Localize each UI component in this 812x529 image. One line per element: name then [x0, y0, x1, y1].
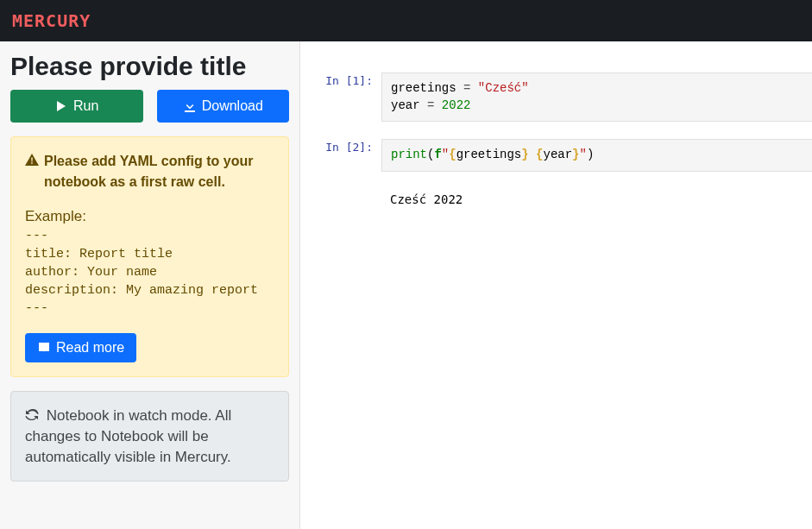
book-icon [37, 341, 51, 355]
read-more-label: Read more [56, 340, 124, 356]
cell-output-row: Cześć 2022 [300, 189, 812, 206]
sync-icon [25, 408, 39, 422]
example-label: Example: [25, 208, 274, 225]
code-input[interactable]: greetings = "Cześć" year = 2022 [381, 72, 812, 122]
watch-mode-text: Notebook in watch mode. All changes to N… [25, 407, 231, 465]
cell-output: Cześć 2022 [381, 189, 471, 206]
sidebar: Please provide title Run Download Ple [0, 41, 300, 529]
yaml-example-code: --- title: Report title author: Your nam… [25, 227, 274, 318]
code-cell: In [1]:greetings = "Cześć" year = 2022 [300, 72, 812, 122]
yaml-warning-alert: Please add YAML config to your notebook … [10, 136, 289, 377]
warning-icon [25, 153, 39, 167]
download-icon [183, 99, 197, 113]
read-more-button[interactable]: Read more [25, 333, 136, 362]
page-title: Please provide title [10, 52, 289, 81]
app-header: MERCURY [0, 0, 812, 41]
app-logo: MERCURY [12, 10, 91, 31]
cell-prompt: In [1]: [300, 72, 381, 122]
download-button[interactable]: Download [157, 90, 290, 123]
cell-prompt: In [2]: [300, 139, 381, 172]
notebook-main: In [1]:greetings = "Cześć" year = 2022In… [300, 41, 812, 529]
run-button[interactable]: Run [10, 90, 143, 123]
run-button-label: Run [73, 98, 98, 114]
download-button-label: Download [202, 98, 263, 114]
warning-heading: Please add YAML config to your notebook … [44, 151, 274, 192]
watch-mode-alert: Notebook in watch mode. All changes to N… [10, 391, 289, 482]
code-input[interactable]: print(f"{greetings} {year}") [381, 139, 812, 172]
play-icon [54, 99, 68, 113]
code-cell: In [2]:print(f"{greetings} {year}") [300, 139, 812, 172]
